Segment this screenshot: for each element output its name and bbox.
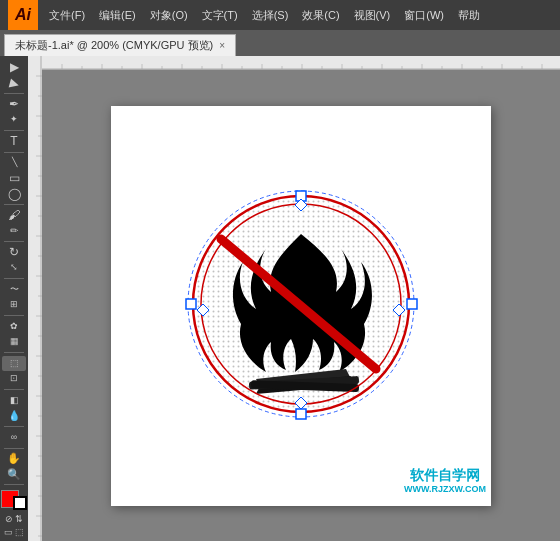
app-logo: Ai [8,0,38,30]
svg-rect-0 [42,56,560,70]
toolbar-separator-3 [4,152,24,153]
artwork [181,184,421,428]
watermark-line1: 软件自学网 [404,466,486,484]
direct-select-tool[interactable]: ▶ [2,76,26,91]
eyedropper-tool[interactable]: 💧 [2,409,26,424]
tab-bar: 未标题-1.ai* @ 200% (CMYK/GPU 预览) × [0,30,560,56]
main-area: ▶ ▶ ✒ ✦ T ╲ ▭ ◯ 🖌 ✏ [0,56,560,541]
pencil-tool[interactable]: ✏ [2,224,26,239]
toolbar-separator-11 [4,448,24,449]
vertical-ruler [28,56,42,541]
toolbar-separator-9 [4,389,24,390]
menu-window[interactable]: 窗口(W) [397,0,451,30]
toolbar-separator-4 [4,204,24,205]
ellipse-tool[interactable]: ◯ [2,187,26,202]
tab-label: 未标题-1.ai* @ 200% (CMYK/GPU 预览) [15,38,213,53]
warp-tool[interactable]: 〜 [2,282,26,297]
menu-object[interactable]: 对象(O) [143,0,195,30]
svg-rect-28 [28,56,42,541]
svg-rect-65 [407,299,417,309]
slice-tool[interactable]: ⊡ [2,372,26,387]
artboard: 软件自学网 WWW.RJZXW.COM [111,106,491,506]
menu-select[interactable]: 选择(S) [245,0,296,30]
gradient-tool[interactable]: ◧ [2,393,26,408]
left-toolbar: ▶ ▶ ✒ ✦ T ╲ ▭ ◯ 🖌 ✏ [0,56,28,541]
svg-rect-67 [186,299,196,309]
toolbar-separator-8 [4,352,24,353]
column-graph-tool[interactable]: ▦ [2,335,26,350]
free-transform-tool[interactable]: ⊞ [2,298,26,313]
normal-mode-icon[interactable]: ▭ [4,527,13,537]
color-mode-icons: ⊘ ⇅ [5,514,23,524]
title-bar: Ai 文件(F) 编辑(E) 对象(O) 文字(T) 选择(S) 效果(C) 视… [0,0,560,30]
zoom-tool[interactable]: 🔍 [2,467,26,482]
toolbar-separator-1 [4,93,24,94]
behind-mode-icon[interactable]: ⬚ [15,527,24,537]
document-tab[interactable]: 未标题-1.ai* @ 200% (CMYK/GPU 预览) × [4,34,236,56]
menu-edit[interactable]: 编辑(E) [92,0,143,30]
canvas-area[interactable]: 软件自学网 WWW.RJZXW.COM [28,56,560,541]
menu-bar: 文件(F) 编辑(E) 对象(O) 文字(T) 选择(S) 效果(C) 视图(V… [42,0,552,30]
artboard-tool[interactable]: ⬚ [2,356,26,371]
color-swatch-group [1,490,27,510]
hand-tool[interactable]: ✋ [2,451,26,466]
watermark: 软件自学网 WWW.RJZXW.COM [404,466,486,496]
horizontal-ruler [42,56,560,70]
menu-type[interactable]: 文字(T) [195,0,245,30]
toolbar-separator-6 [4,278,24,279]
toolbar-separator-5 [4,241,24,242]
menu-file[interactable]: 文件(F) [42,0,92,30]
menu-effect[interactable]: 效果(C) [295,0,346,30]
swap-colors-icon[interactable]: ⇅ [15,514,23,524]
toolbar-separator-10 [4,426,24,427]
menu-view[interactable]: 视图(V) [347,0,398,30]
toolbar-separator-12 [4,484,24,485]
svg-rect-66 [296,409,306,419]
line-tool[interactable]: ╲ [2,155,26,170]
view-mode-icons: ▭ ⬚ [4,527,24,537]
menu-help[interactable]: 帮助 [451,0,487,30]
scale-tool[interactable]: ⤡ [2,261,26,276]
paintbrush-tool[interactable]: 🖌 [2,208,26,223]
rectangle-tool[interactable]: ▭ [2,171,26,186]
tab-close-button[interactable]: × [219,40,225,51]
anchor-point-tool[interactable]: ✦ [2,113,26,128]
symbol-sprayer-tool[interactable]: ✿ [2,319,26,334]
watermark-line2: WWW.RJZXW.COM [404,484,486,496]
toolbar-separator-7 [4,315,24,316]
none-color-icon[interactable]: ⊘ [5,514,13,524]
pen-tool[interactable]: ✒ [2,97,26,112]
type-tool[interactable]: T [2,134,26,149]
rotate-tool[interactable]: ↻ [2,245,26,260]
blend-tool[interactable]: ∞ [2,430,26,445]
toolbar-separator-2 [4,130,24,131]
stroke-color-swatch[interactable] [13,496,27,510]
select-tool[interactable]: ▶ [2,60,26,75]
